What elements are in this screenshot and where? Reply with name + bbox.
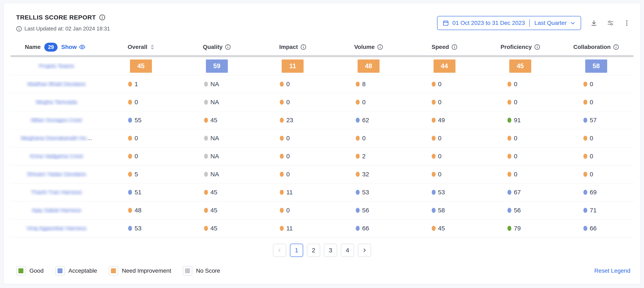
horizontal-scrollbar[interactable] xyxy=(10,55,634,57)
row-name-link[interactable]: Projets Teams xyxy=(10,63,103,69)
table-row: Shivam Yadav Devdans5NA032000 xyxy=(10,165,634,183)
score-value: 0 xyxy=(514,99,517,106)
date-preset-text: Last Quarter xyxy=(534,20,566,26)
row-name-link[interactable]: Thanh Tran Harness xyxy=(10,189,103,196)
score-value: 45 xyxy=(210,207,217,214)
score-value: 0 xyxy=(590,171,593,178)
score-value: 32 xyxy=(362,171,369,178)
status-dot xyxy=(280,226,284,231)
legend-label: Good xyxy=(30,267,44,274)
score-cell: 0 xyxy=(558,153,634,160)
score-value: NA xyxy=(210,81,219,88)
info-icon[interactable] xyxy=(377,44,383,50)
status-dot xyxy=(508,190,511,195)
pagination-next-button[interactable] xyxy=(358,244,371,257)
pagination-page-4[interactable]: 4 xyxy=(341,244,354,257)
score-cell: 59 xyxy=(179,60,255,73)
score-cell: 0 xyxy=(255,171,331,178)
date-separator xyxy=(529,19,530,27)
status-dot xyxy=(508,154,511,159)
score-value: 0 xyxy=(590,81,593,88)
status-dot xyxy=(432,82,436,87)
score-cell: 0 xyxy=(406,99,482,106)
column-header-proficiency: Proficiency xyxy=(482,44,558,50)
sort-icon[interactable] xyxy=(150,44,154,50)
info-icon[interactable] xyxy=(534,44,540,50)
legend-item-acceptable[interactable]: Acceptable xyxy=(55,266,97,275)
legend-item-need[interactable]: Need Improvement xyxy=(109,266,171,275)
score-value: 2 xyxy=(362,153,366,160)
score-value: 58 xyxy=(438,207,445,214)
row-name-link[interactable]: Megha Tamvada xyxy=(10,99,103,105)
score-cell: 66 xyxy=(331,225,407,232)
info-icon[interactable] xyxy=(225,44,231,50)
row-name-link[interactable]: Krina Vadgama Crest xyxy=(10,153,103,160)
score-cell: 0 xyxy=(406,81,482,88)
status-dot xyxy=(583,172,587,177)
title-info-icon[interactable] xyxy=(99,14,105,21)
column-header-impact: Impact xyxy=(255,44,331,50)
info-icon[interactable] xyxy=(452,44,457,50)
legend-item-no_score[interactable]: No Score xyxy=(183,266,220,275)
download-icon[interactable] xyxy=(590,19,598,27)
pagination-page-1[interactable]: 1 xyxy=(290,244,303,257)
date-range-picker[interactable]: 01 Oct 2023 to 31 Dec 2023 Last Quarter xyxy=(437,16,581,30)
legend-label: Need Improvement xyxy=(122,267,171,274)
score-value: 23 xyxy=(286,117,293,124)
score-value: 45 xyxy=(210,117,217,124)
score-cell: 0 xyxy=(482,135,558,142)
table-row: Viraj Ajgaonkar Harness53451166457966 xyxy=(10,219,634,237)
status-dot xyxy=(508,82,511,87)
score-value: 0 xyxy=(438,99,442,106)
score-cell: 56 xyxy=(331,207,407,214)
info-icon[interactable] xyxy=(613,44,619,50)
status-dot xyxy=(432,226,436,231)
score-value: NA xyxy=(210,135,219,142)
row-name-link[interactable]: Ajay Sabat Harness xyxy=(10,207,103,214)
score-badge: 45 xyxy=(130,60,152,73)
score-value: 91 xyxy=(514,117,521,124)
score-cell: 11 xyxy=(255,189,331,196)
reset-legend-link[interactable]: Reset Legend xyxy=(594,267,630,274)
score-cell: NA xyxy=(179,99,255,106)
score-value: 49 xyxy=(438,117,445,124)
score-cell: 45 xyxy=(179,117,255,124)
status-dot xyxy=(280,100,284,105)
score-value: 53 xyxy=(438,189,445,196)
row-name-link[interactable]: Madhav Bhatt Devdans xyxy=(10,81,103,87)
row-name-link[interactable]: Viraj Ajgaonkar Harness xyxy=(10,225,103,232)
column-header-speed: Speed xyxy=(406,44,482,50)
row-name-link[interactable]: Shivam Yadav Devdans xyxy=(10,171,103,178)
score-value: 66 xyxy=(362,225,369,232)
pagination-page-2[interactable]: 2 xyxy=(307,244,320,257)
eye-icon xyxy=(79,44,86,50)
score-value: 0 xyxy=(286,135,290,142)
status-dot xyxy=(432,118,436,123)
score-cell: 51 xyxy=(103,189,179,196)
column-header-overall[interactable]: Overall xyxy=(103,44,179,50)
show-names-button[interactable]: Show xyxy=(61,44,86,50)
last-updated-info-icon xyxy=(16,26,22,32)
score-cell: 48 xyxy=(103,207,179,214)
page-title: TRELLIS SCORE REPORT xyxy=(16,14,96,21)
score-value: 0 xyxy=(286,81,290,88)
status-dot xyxy=(583,190,587,195)
sliders-icon[interactable] xyxy=(607,19,614,27)
status-dot xyxy=(356,154,360,159)
score-value: 0 xyxy=(438,135,442,142)
score-badge: 11 xyxy=(282,60,304,73)
toolbar: 01 Oct 2023 to 31 Dec 2023 Last Quarter xyxy=(437,14,630,30)
truncation-ellipsis: ... xyxy=(87,135,92,141)
score-cell: 0 xyxy=(558,99,634,106)
score-cell: 0 xyxy=(331,135,407,142)
kebab-menu-icon[interactable] xyxy=(623,20,630,27)
row-name-link[interactable]: Meghana Deerakanath Ho... xyxy=(10,135,103,142)
row-name-link[interactable]: Milan Sonagra Crest xyxy=(10,117,103,124)
info-icon[interactable] xyxy=(300,44,306,50)
legend-item-good[interactable]: Good xyxy=(16,266,44,275)
score-cell: 5 xyxy=(103,171,179,178)
score-value: 0 xyxy=(590,135,593,142)
pagination-prev-button[interactable] xyxy=(273,244,286,257)
pagination-page-3[interactable]: 3 xyxy=(324,244,337,257)
score-value: 0 xyxy=(134,99,138,106)
